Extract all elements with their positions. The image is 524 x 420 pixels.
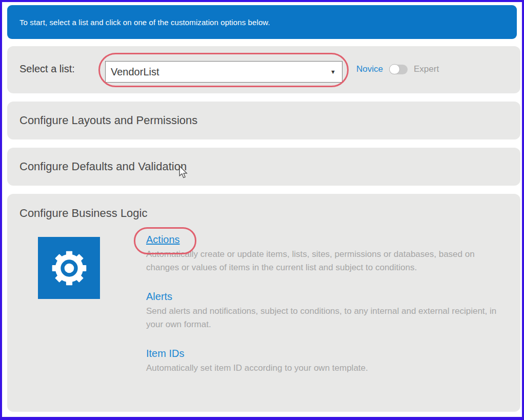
toggle-knob	[389, 64, 400, 74]
mode-switch-group: Novice Expert	[356, 64, 439, 74]
expert-label: Expert	[414, 64, 439, 74]
logic-item-item-ids: Item IDs Automatically set item ID accor…	[146, 348, 505, 375]
item-ids-description: Automatically set item ID according to y…	[146, 362, 498, 375]
alerts-description: Send alerts and notifications, subject t…	[146, 305, 498, 331]
section-title: Configure Business Logic	[19, 207, 147, 220]
business-logic-tile	[38, 237, 100, 299]
list-dropdown[interactable]: VendorList ▼	[105, 61, 342, 83]
section-title: Configure Defaults and Validation	[19, 160, 187, 173]
logic-item-actions: Actions Automatically create or update i…	[146, 234, 505, 274]
gear-icon	[49, 248, 89, 288]
customization-page: To start, select a list and click on one…	[0, 0, 524, 420]
list-selector-row: Select a list: VendorList ▼ Novice Exper…	[7, 46, 520, 93]
actions-description: Automatically create or update items, li…	[146, 248, 498, 274]
novice-expert-toggle[interactable]	[389, 65, 408, 74]
section-business-logic: Configure Business Logic	[7, 194, 520, 412]
actions-link[interactable]: Actions	[146, 234, 180, 246]
section-layouts-permissions[interactable]: Configure Layouts and Permissions	[7, 102, 520, 139]
select-list-label: Select a list:	[19, 63, 75, 75]
item-ids-link[interactable]: Item IDs	[146, 348, 184, 359]
chevron-down-icon: ▼	[330, 69, 336, 75]
section-defaults-validation[interactable]: Configure Defaults and Validation	[7, 148, 520, 186]
instruction-text: To start, select a list and click on one…	[19, 18, 270, 27]
business-logic-options: Actions Automatically create or update i…	[146, 234, 505, 391]
section-title: Configure Layouts and Permissions	[19, 114, 197, 127]
alerts-link[interactable]: Alerts	[146, 291, 172, 303]
mouse-cursor-icon	[178, 166, 189, 179]
instruction-banner: To start, select a list and click on one…	[7, 5, 517, 39]
list-dropdown-value: VendorList	[111, 66, 159, 78]
logic-item-alerts: Alerts Send alerts and notifications, su…	[146, 291, 505, 331]
novice-label: Novice	[356, 64, 383, 74]
